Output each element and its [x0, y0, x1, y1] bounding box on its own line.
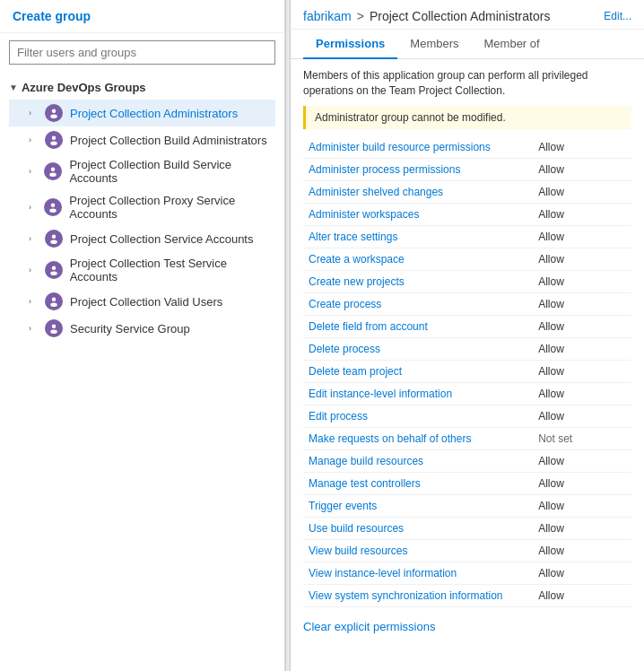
permission-value: Allow: [533, 584, 631, 606]
group-item-label: Project Collection Administrators: [70, 107, 238, 120]
svg-point-3: [50, 142, 57, 146]
group-list: › Project Collection Administrators › Pr…: [9, 100, 275, 342]
group-item-pcpsa[interactable]: › Project Collection Proxy Service Accou…: [9, 189, 275, 225]
expand-arrow-icon: ›: [29, 324, 38, 333]
table-row: Edit instance-level information Allow: [303, 382, 631, 405]
create-group-button[interactable]: Create group: [0, 0, 284, 33]
permission-value: Allow: [533, 225, 631, 248]
permission-value: Allow: [533, 449, 631, 472]
group-item-label: Project Collection Service Accounts: [70, 232, 253, 246]
group-item-pcba[interactable]: › Project Collection Build Administrator…: [9, 126, 275, 153]
group-item-pca[interactable]: › Project Collection Administrators: [9, 100, 275, 126]
group-item-pcbsa[interactable]: › Project Collection Build Service Accou…: [9, 153, 275, 189]
svg-point-5: [50, 173, 57, 178]
group-avatar: [45, 104, 63, 122]
permission-name[interactable]: Create new projects: [303, 270, 533, 292]
permission-name[interactable]: Use build resources: [303, 517, 533, 539]
permission-name[interactable]: Administer workspaces: [303, 203, 533, 225]
tab-members[interactable]: Members: [397, 30, 471, 59]
permission-name[interactable]: Manage build resources: [303, 449, 533, 472]
expand-arrow-icon: ›: [29, 135, 38, 144]
group-item-label: Project Collection Valid Users: [70, 295, 222, 309]
permission-name[interactable]: Administer process permissions: [303, 158, 533, 180]
table-row: Use build resources Allow: [303, 517, 631, 539]
permission-value: Allow: [533, 472, 631, 494]
permission-name[interactable]: Manage test controllers: [303, 472, 533, 494]
group-avatar: [45, 261, 63, 279]
group-avatar: [44, 162, 62, 180]
permission-name[interactable]: View instance-level information: [303, 562, 533, 584]
svg-point-12: [52, 298, 57, 302]
group-item-pcvu[interactable]: › Project Collection Valid Users: [9, 288, 275, 315]
group-section-header[interactable]: ▼ Azure DevOps Groups: [9, 77, 275, 98]
group-item-pctsa[interactable]: › Project Collection Test Service Accoun…: [9, 252, 275, 288]
permission-value: Allow: [533, 270, 631, 292]
table-row: Create process Allow: [303, 292, 631, 315]
permission-name[interactable]: Administer shelved changes: [303, 180, 533, 203]
permission-name[interactable]: View build resources: [303, 539, 533, 562]
group-item-pcsa[interactable]: › Project Collection Service Accounts: [9, 225, 275, 252]
table-row: Alter trace settings Allow: [303, 225, 631, 248]
permission-name[interactable]: Edit instance-level information: [303, 382, 533, 405]
permission-name[interactable]: Alter trace settings: [303, 225, 533, 248]
permission-value: Allow: [533, 494, 631, 517]
permission-name[interactable]: Delete process: [303, 337, 533, 360]
table-row: Administer shelved changes Allow: [303, 180, 631, 203]
tabs-bar: PermissionsMembersMember of: [291, 30, 644, 59]
table-row: Administer build resource permissions Al…: [303, 136, 631, 159]
permission-name[interactable]: Administer build resource permissions: [303, 136, 533, 159]
table-row: Manage build resources Allow: [303, 449, 631, 472]
permission-value: Allow: [533, 562, 631, 584]
svg-point-14: [52, 325, 57, 329]
group-avatar: [45, 292, 63, 310]
svg-point-8: [52, 235, 57, 240]
expand-arrow-icon: ›: [29, 234, 38, 243]
breadcrumb-org[interactable]: fabrikam: [303, 9, 352, 23]
permission-name[interactable]: Delete team project: [303, 360, 533, 382]
permission-value: Allow: [533, 248, 631, 270]
table-row: Create new projects Allow: [303, 270, 631, 292]
permission-value: Allow: [533, 315, 631, 337]
permission-value: Allow: [533, 136, 631, 159]
group-avatar: [44, 198, 62, 216]
tab-memberof[interactable]: Member of: [472, 30, 553, 59]
content-area: Members of this application group can pe…: [291, 59, 644, 671]
table-row: View instance-level information Allow: [303, 562, 631, 584]
table-row: Edit process Allow: [303, 405, 631, 427]
expand-arrow-icon: ›: [29, 266, 38, 274]
expand-arrow-icon: ›: [29, 109, 38, 118]
tab-permissions[interactable]: Permissions: [303, 30, 397, 59]
breadcrumb: fabrikam > Project Collection Administra…: [291, 0, 644, 30]
edit-link[interactable]: Edit...: [604, 10, 631, 22]
warning-banner: Administrator group cannot be modified.: [303, 106, 631, 129]
permission-name[interactable]: Create a workspace: [303, 248, 533, 270]
permission-name[interactable]: View system synchronization information: [303, 584, 533, 606]
group-item-label: Project Collection Proxy Service Account…: [69, 194, 270, 221]
permission-name[interactable]: Make requests on behalf of others: [303, 427, 533, 449]
svg-point-9: [50, 240, 57, 245]
group-section: ▼ Azure DevOps Groups › Project Collecti…: [0, 72, 284, 344]
svg-point-2: [52, 136, 57, 141]
expand-arrow-icon: ›: [29, 297, 38, 306]
permission-value: Allow: [533, 292, 631, 315]
group-item-label: Project Collection Build Administrators: [70, 134, 267, 147]
permission-name[interactable]: Edit process: [303, 405, 533, 427]
expand-arrow-icon: ›: [29, 203, 37, 212]
permission-value: Allow: [533, 360, 631, 382]
table-row: Create a workspace Allow: [303, 248, 631, 270]
permission-value: Allow: [533, 180, 631, 203]
group-item-label: Security Service Group: [70, 322, 190, 336]
breadcrumb-group: Project Collection Administrators: [370, 9, 551, 23]
permission-name[interactable]: Delete field from account: [303, 315, 533, 337]
search-input[interactable]: [9, 40, 275, 65]
group-item-label: Project Collection Test Service Accounts: [70, 257, 270, 283]
permission-name[interactable]: Create process: [303, 292, 533, 315]
group-avatar: [45, 319, 63, 337]
group-item-ssg[interactable]: › Security Service Group: [9, 315, 275, 342]
permission-name[interactable]: Trigger events: [303, 494, 533, 517]
table-row: Delete team project Allow: [303, 360, 631, 382]
permission-value: Allow: [533, 337, 631, 360]
group-avatar: [45, 230, 63, 248]
clear-permissions-link[interactable]: Clear explicit permissions: [303, 620, 435, 633]
group-avatar: [45, 131, 63, 149]
